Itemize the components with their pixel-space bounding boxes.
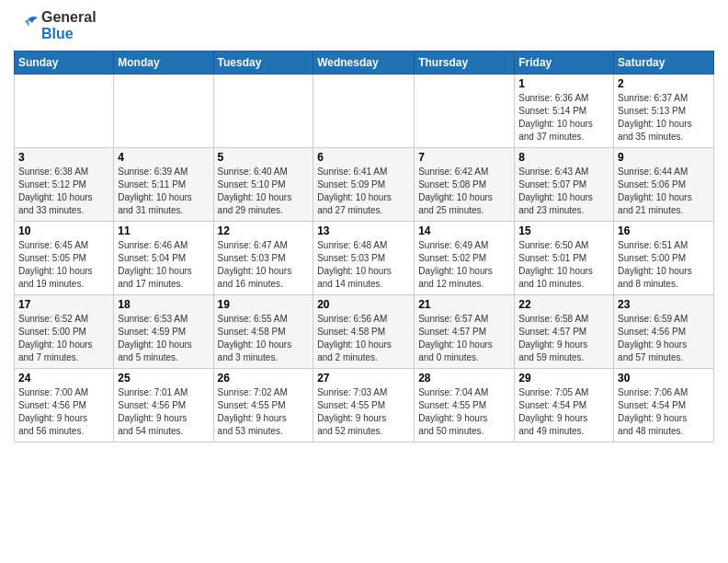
logo-general-text: General [41, 9, 97, 25]
calendar-cell: 15Sunrise: 6:50 AM Sunset: 5:01 PM Dayli… [515, 221, 614, 294]
day-info: Sunrise: 6:48 AM Sunset: 5:03 PM Dayligh… [317, 239, 410, 291]
day-info: Sunrise: 6:57 AM Sunset: 4:57 PM Dayligh… [418, 313, 510, 364]
calendar-table: SundayMondayTuesdayWednesdayThursdayFrid… [14, 51, 714, 442]
week-row-2: 3Sunrise: 6:38 AM Sunset: 5:12 PM Daylig… [15, 147, 714, 221]
day-info: Sunrise: 6:52 AM Sunset: 5:00 PM Dayligh… [18, 313, 109, 364]
calendar-cell: 25Sunrise: 7:01 AM Sunset: 4:56 PM Dayli… [114, 368, 213, 442]
logo-bird-icon [14, 12, 41, 40]
calendar-cell: 4Sunrise: 6:39 AM Sunset: 5:11 PM Daylig… [114, 147, 213, 221]
day-info: Sunrise: 7:00 AM Sunset: 4:56 PM Dayligh… [18, 386, 109, 438]
day-number: 17 [18, 298, 109, 311]
calendar-cell: 29Sunrise: 7:05 AM Sunset: 4:54 PM Dayli… [515, 368, 614, 442]
calendar-cell: 24Sunrise: 7:00 AM Sunset: 4:56 PM Dayli… [15, 368, 114, 442]
weekday-header-row: SundayMondayTuesdayWednesdayThursdayFrid… [15, 51, 714, 74]
calendar-cell: 6Sunrise: 6:41 AM Sunset: 5:09 PM Daylig… [313, 147, 415, 221]
day-info: Sunrise: 6:50 AM Sunset: 5:01 PM Dayligh… [518, 239, 609, 291]
day-number: 6 [317, 151, 410, 164]
calendar-cell: 12Sunrise: 6:47 AM Sunset: 5:03 PM Dayli… [213, 221, 313, 294]
day-info: Sunrise: 7:02 AM Sunset: 4:55 PM Dayligh… [218, 386, 310, 438]
calendar-cell: 17Sunrise: 6:52 AM Sunset: 5:00 PM Dayli… [15, 294, 114, 368]
day-number: 30 [618, 372, 710, 385]
day-number: 26 [218, 372, 310, 385]
day-number: 8 [518, 151, 609, 164]
day-number: 18 [118, 298, 209, 311]
calendar-cell: 2Sunrise: 6:37 AM Sunset: 5:13 PM Daylig… [614, 74, 714, 147]
day-number: 22 [518, 298, 609, 311]
day-number: 10 [18, 224, 109, 237]
week-row-5: 24Sunrise: 7:00 AM Sunset: 4:56 PM Dayli… [15, 368, 714, 442]
calendar-cell: 11Sunrise: 6:46 AM Sunset: 5:04 PM Dayli… [114, 221, 213, 294]
week-row-1: 1Sunrise: 6:36 AM Sunset: 5:14 PM Daylig… [15, 74, 714, 147]
day-info: Sunrise: 6:46 AM Sunset: 5:04 PM Dayligh… [118, 239, 209, 291]
day-info: Sunrise: 7:03 AM Sunset: 4:55 PM Dayligh… [317, 386, 410, 438]
calendar-cell: 19Sunrise: 6:55 AM Sunset: 4:58 PM Dayli… [213, 294, 313, 368]
day-number: 5 [218, 151, 310, 164]
day-info: Sunrise: 6:58 AM Sunset: 4:57 PM Dayligh… [518, 313, 609, 364]
day-info: Sunrise: 6:39 AM Sunset: 5:11 PM Dayligh… [118, 166, 209, 217]
page-container: General Blue SundayMondayTuesdayWednesda… [0, 0, 728, 452]
calendar-cell: 18Sunrise: 6:53 AM Sunset: 4:59 PM Dayli… [114, 294, 213, 368]
calendar-cell: 30Sunrise: 7:06 AM Sunset: 4:54 PM Dayli… [614, 368, 714, 442]
day-number: 19 [218, 298, 310, 311]
day-info: Sunrise: 6:45 AM Sunset: 5:05 PM Dayligh… [18, 239, 109, 291]
day-number: 11 [118, 224, 209, 237]
weekday-header-monday: Monday [114, 51, 213, 74]
day-number: 9 [618, 151, 710, 164]
day-number: 20 [317, 298, 410, 311]
day-number: 2 [618, 77, 710, 90]
weekday-header-sunday: Sunday [15, 51, 114, 74]
calendar-cell: 1Sunrise: 6:36 AM Sunset: 5:14 PM Daylig… [515, 74, 614, 147]
day-number: 3 [18, 151, 109, 164]
day-info: Sunrise: 6:51 AM Sunset: 5:00 PM Dayligh… [618, 239, 710, 291]
calendar-cell: 21Sunrise: 6:57 AM Sunset: 4:57 PM Dayli… [415, 294, 515, 368]
day-info: Sunrise: 6:47 AM Sunset: 5:03 PM Dayligh… [218, 239, 310, 291]
calendar-cell [313, 74, 415, 147]
calendar-cell: 27Sunrise: 7:03 AM Sunset: 4:55 PM Dayli… [313, 368, 415, 442]
day-info: Sunrise: 6:38 AM Sunset: 5:12 PM Dayligh… [18, 166, 109, 217]
header: General Blue [14, 9, 714, 43]
day-info: Sunrise: 6:49 AM Sunset: 5:02 PM Dayligh… [418, 239, 510, 291]
calendar-cell [15, 74, 114, 147]
day-number: 27 [317, 372, 410, 385]
calendar-cell [114, 74, 213, 147]
calendar-cell: 22Sunrise: 6:58 AM Sunset: 4:57 PM Dayli… [515, 294, 614, 368]
day-info: Sunrise: 6:44 AM Sunset: 5:06 PM Dayligh… [618, 166, 710, 217]
calendar-cell: 9Sunrise: 6:44 AM Sunset: 5:06 PM Daylig… [614, 147, 714, 221]
day-number: 24 [18, 372, 109, 385]
day-info: Sunrise: 6:36 AM Sunset: 5:14 PM Dayligh… [518, 92, 609, 144]
weekday-header-saturday: Saturday [614, 51, 714, 74]
day-info: Sunrise: 6:41 AM Sunset: 5:09 PM Dayligh… [317, 166, 410, 217]
day-number: 4 [118, 151, 209, 164]
day-number: 12 [218, 224, 310, 237]
weekday-header-wednesday: Wednesday [313, 51, 415, 74]
calendar-cell: 8Sunrise: 6:43 AM Sunset: 5:07 PM Daylig… [515, 147, 614, 221]
day-info: Sunrise: 6:55 AM Sunset: 4:58 PM Dayligh… [218, 313, 310, 364]
day-number: 14 [418, 224, 510, 237]
day-info: Sunrise: 6:59 AM Sunset: 4:56 PM Dayligh… [618, 313, 710, 364]
day-number: 15 [518, 224, 609, 237]
calendar-cell: 10Sunrise: 6:45 AM Sunset: 5:05 PM Dayli… [15, 221, 114, 294]
day-number: 1 [518, 77, 609, 90]
calendar-cell: 16Sunrise: 6:51 AM Sunset: 5:00 PM Dayli… [614, 221, 714, 294]
weekday-header-friday: Friday [515, 51, 614, 74]
day-info: Sunrise: 6:53 AM Sunset: 4:59 PM Dayligh… [118, 313, 209, 364]
calendar-cell [213, 74, 313, 147]
week-row-3: 10Sunrise: 6:45 AM Sunset: 5:05 PM Dayli… [15, 221, 714, 294]
day-number: 29 [518, 372, 609, 385]
day-info: Sunrise: 7:01 AM Sunset: 4:56 PM Dayligh… [118, 386, 209, 438]
weekday-header-thursday: Thursday [415, 51, 515, 74]
day-number: 16 [618, 224, 710, 237]
logo-blue-text: Blue [41, 26, 74, 41]
day-number: 28 [418, 372, 510, 385]
calendar-cell: 7Sunrise: 6:42 AM Sunset: 5:08 PM Daylig… [415, 147, 515, 221]
day-info: Sunrise: 6:37 AM Sunset: 5:13 PM Dayligh… [618, 92, 710, 144]
day-number: 7 [418, 151, 510, 164]
day-info: Sunrise: 7:04 AM Sunset: 4:55 PM Dayligh… [418, 386, 510, 438]
week-row-4: 17Sunrise: 6:52 AM Sunset: 5:00 PM Dayli… [15, 294, 714, 368]
weekday-header-tuesday: Tuesday [213, 51, 313, 74]
day-info: Sunrise: 6:43 AM Sunset: 5:07 PM Dayligh… [518, 166, 609, 217]
calendar-cell: 5Sunrise: 6:40 AM Sunset: 5:10 PM Daylig… [213, 147, 313, 221]
logo: General Blue [14, 9, 97, 43]
day-info: Sunrise: 6:56 AM Sunset: 4:58 PM Dayligh… [317, 313, 410, 364]
day-info: Sunrise: 6:42 AM Sunset: 5:08 PM Dayligh… [418, 166, 510, 217]
